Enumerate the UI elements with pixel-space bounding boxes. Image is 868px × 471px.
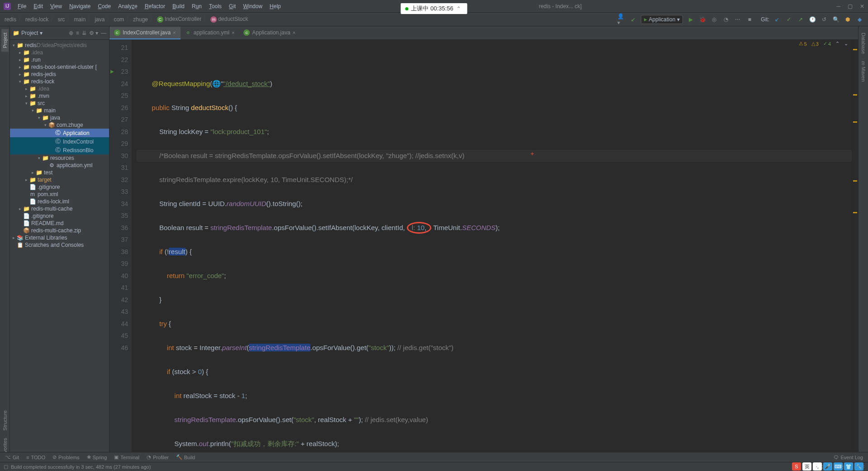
menu-run[interactable]: Run — [189, 2, 205, 11]
tree-node[interactable]: ▾📁src — [10, 100, 109, 107]
code-editor[interactable]: 2122▶23242526272829303132333435363738394… — [110, 40, 858, 462]
tab-indexcontroller[interactable]: CIndexController.java× — [110, 27, 181, 39]
crumb[interactable]: java — [95, 16, 105, 23]
code-body[interactable]: @RequestMapping(🌐""/deduct_stock") publi… — [132, 40, 852, 462]
tree-node[interactable]: ▾📁redis-lock — [10, 78, 109, 85]
profile-button[interactable]: ◔ — [722, 15, 730, 24]
tree-node[interactable]: ▸📁target — [10, 176, 109, 183]
ide-icon[interactable]: ◆ — [855, 15, 863, 24]
tree-node[interactable]: ▸📁redis-jedis — [10, 71, 109, 78]
collapse-icon[interactable]: ⇊ — [82, 30, 86, 36]
tree-node[interactable]: mpom.xml — [10, 191, 109, 198]
crumb[interactable]: redis-lock — [25, 16, 48, 23]
rail-maven[interactable]: m Maven — [860, 58, 867, 85]
btn-git[interactable]: ⌥ Git — [2, 453, 22, 461]
ime-lang-icon[interactable]: 英 — [802, 462, 811, 471]
menu-window[interactable]: Window — [240, 2, 266, 11]
attach-button[interactable]: ⋯ — [734, 15, 742, 24]
btn-eventlog[interactable]: 🗨 Event Log — [830, 454, 866, 461]
ime-keyboard-icon[interactable]: ⌨ — [834, 462, 843, 471]
ime-logo-icon[interactable]: S — [792, 462, 801, 471]
tree-node[interactable]: 📄README.md — [10, 220, 109, 227]
locate-icon[interactable]: ⊕ — [69, 30, 73, 36]
expand-icon[interactable]: ≡ — [76, 30, 79, 36]
tab-application-java[interactable]: CApplication.java× — [239, 27, 300, 39]
menu-tools[interactable]: Tools — [206, 2, 225, 11]
project-tree[interactable]: ▾📁redis D:\ideaProjects\redis▸📁.idea▸📁.r… — [10, 40, 109, 462]
maximize-button[interactable]: ▢ — [848, 3, 853, 10]
tree-node[interactable]: ▾📁java — [10, 114, 109, 121]
menu-navigate[interactable]: Navigate — [66, 2, 94, 11]
close-icon[interactable]: × — [232, 30, 234, 35]
toggle-toolwindows-icon[interactable]: ▢ — [4, 464, 8, 470]
tree-node[interactable]: ▸📁.run — [10, 56, 109, 63]
btn-terminal[interactable]: ▣ Terminal — [111, 453, 143, 461]
tree-node[interactable]: ▾📁redis D:\ideaProjects\redis — [10, 42, 109, 49]
crumb-class[interactable]: CIndexController — [157, 16, 201, 23]
menu-help[interactable]: Help — [267, 2, 284, 11]
git-push-icon[interactable]: ↗ — [796, 15, 805, 24]
coverage-button[interactable]: ◎ — [710, 15, 718, 24]
crumb[interactable]: src — [57, 16, 65, 23]
run-button[interactable]: ▶ — [687, 15, 695, 24]
run-config-selector[interactable]: Application ▾ — [641, 15, 683, 24]
tree-node[interactable]: 📋Scratches and Consoles — [10, 241, 109, 249]
tree-node[interactable]: ▸📚External Libraries — [10, 234, 109, 241]
search-icon[interactable]: 🔍 — [832, 15, 840, 24]
tree-node[interactable]: 📦redis-multi-cache.zip — [10, 227, 109, 234]
menu-edit[interactable]: Edit — [30, 2, 46, 11]
recording-indicator[interactable]: 上课中 00:35:56 ⌃ — [401, 3, 467, 14]
close-icon[interactable]: × — [292, 30, 295, 35]
menu-refactor[interactable]: Refactor — [142, 2, 168, 11]
crumb[interactable]: redis — [5, 16, 16, 23]
ime-toolbar[interactable]: S 英 ·, 🎤 ⌨ 👕 🔧 — [792, 462, 863, 471]
error-stripe[interactable] — [852, 40, 858, 462]
hide-icon[interactable]: — — [101, 30, 106, 36]
git-rollback-icon[interactable]: ↺ — [820, 15, 828, 24]
btn-problems[interactable]: ⊘ Problems — [49, 453, 82, 461]
tree-node[interactable]: ⚙application.yml — [10, 162, 109, 169]
recording-chevron-icon[interactable]: ⌃ — [456, 5, 461, 12]
rail-database[interactable]: Database — [860, 29, 867, 58]
tree-node[interactable]: ▸📁redis-boot-sentinel-cluster [ — [10, 63, 109, 71]
tree-node[interactable]: ⒸApplication — [10, 129, 109, 137]
btn-spring[interactable]: ❀ Spring — [84, 453, 110, 461]
tree-node[interactable]: ⒸRedissonBlo — [10, 146, 109, 154]
user-icon[interactable]: 👤▾ — [617, 15, 625, 24]
tree-node[interactable]: ▸📁redis-multi-cache — [10, 205, 109, 212]
menu-analyze[interactable]: Analyze — [115, 2, 141, 11]
tree-node[interactable]: ▾📁main — [10, 107, 109, 114]
tab-application-yml[interactable]: ⚙application.yml× — [181, 27, 239, 39]
settings-gear-icon[interactable]: ⚙ ▾ — [89, 30, 98, 36]
git-update-icon[interactable]: ↙ — [773, 15, 781, 24]
btn-build[interactable]: 🔨 Build — [173, 453, 198, 461]
build-icon[interactable]: ↙ — [629, 15, 637, 24]
crumb[interactable]: com — [114, 16, 124, 23]
tree-node[interactable]: ⒸIndexControl — [10, 137, 109, 146]
crumb[interactable]: main — [74, 16, 86, 23]
ime-skin-icon[interactable]: 👕 — [844, 462, 853, 471]
tree-node[interactable]: ▸📁.idea — [10, 49, 109, 56]
settings-icon[interactable]: ⬢ — [844, 15, 852, 24]
ime-tool-icon[interactable]: 🔧 — [854, 462, 863, 471]
menu-build[interactable]: Build — [169, 2, 188, 11]
tree-node[interactable]: ▸📁test — [10, 169, 109, 176]
close-button[interactable]: ✕ — [860, 3, 864, 10]
crumb-method[interactable]: mdeductStock — [210, 16, 248, 23]
git-commit-icon[interactable]: ✓ — [785, 15, 793, 24]
gutter[interactable]: 2122▶23242526272829303132333435363738394… — [110, 40, 132, 462]
git-history-icon[interactable]: 🕐 — [808, 15, 816, 24]
tree-node[interactable]: 📄.gitignore — [10, 183, 109, 191]
tree-node[interactable]: ▾📦com.zhuge — [10, 121, 109, 129]
menu-code[interactable]: Code — [95, 2, 114, 11]
menu-view[interactable]: View — [47, 2, 65, 11]
tree-node[interactable]: 📄.gitignore — [10, 212, 109, 220]
close-icon[interactable]: × — [173, 30, 176, 35]
ime-mic-icon[interactable]: 🎤 — [823, 462, 832, 471]
ime-punct-icon[interactable]: ·, — [813, 462, 822, 471]
rail-structure[interactable]: Structure — [1, 407, 9, 434]
tree-node[interactable]: 📄redis-lock.iml — [10, 198, 109, 205]
crumb[interactable]: zhuge — [133, 16, 148, 23]
sidebar-title[interactable]: 📁 Project ▾ — [13, 30, 43, 36]
tree-node[interactable]: ▸📁.mvn — [10, 92, 109, 100]
